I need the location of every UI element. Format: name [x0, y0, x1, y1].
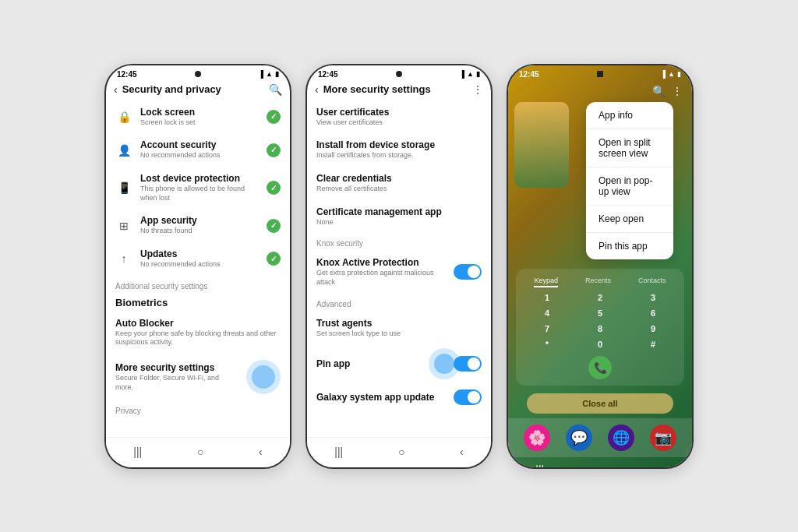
- setting-item-clear-creds[interactable]: Clear credentials Remove all certificate…: [307, 167, 491, 200]
- phone1-nav-bar: ||| ○ ‹: [106, 437, 290, 467]
- auto-blocker-text: Auto Blocker Keep your phone safe by blo…: [115, 318, 281, 347]
- phone1-back-button[interactable]: ‹: [114, 83, 118, 96]
- account-security-sub: No recommended actions: [140, 151, 259, 160]
- phone3-more-button[interactable]: ⋮: [672, 85, 683, 97]
- setting-item-more-security[interactable]: More security settings Secure Folder, Se…: [106, 354, 290, 400]
- dock-icon-flower[interactable]: 🌸: [524, 425, 550, 451]
- phone3-nav-back[interactable]: ‹: [653, 462, 673, 469]
- galaxy-update-toggle[interactable]: [454, 389, 482, 405]
- dialer-key-star[interactable]: *: [537, 337, 557, 351]
- app-security-check: [267, 219, 281, 233]
- setting-item-auto-blocker[interactable]: Auto Blocker Keep your phone safe by blo…: [106, 312, 290, 354]
- dialer-tab-contacts[interactable]: Contacts: [638, 277, 666, 287]
- section-knox: Knox security: [307, 233, 491, 251]
- phone1-camera: [195, 71, 201, 77]
- phone2-nav-home[interactable]: ○: [390, 444, 412, 460]
- phone-1: 12:45 ▐ ▲ ▮ ‹ Security and privacy 🔍 🔒 L…: [104, 64, 291, 469]
- phone3-dock: 🌸 💬 🌐 📷: [508, 418, 692, 457]
- phone2-status-bar: 12:45 ▐ ▲ ▮: [307, 65, 491, 80]
- signal-icon: ▐: [259, 70, 263, 78]
- dock-icon-camera[interactable]: 📷: [650, 425, 676, 451]
- app-security-sub: No threats found: [140, 227, 259, 236]
- dialer-row-2: 4 5 6: [521, 306, 680, 320]
- ripple-inner: [252, 365, 275, 389]
- dock-icon-messages[interactable]: 💬: [566, 425, 592, 451]
- section-biometrics: Biometrics: [106, 294, 290, 312]
- knox-toggle[interactable]: [454, 264, 482, 280]
- dialer-tab-keypad[interactable]: Keypad: [534, 277, 558, 287]
- setting-item-knox[interactable]: Knox Active Protection Get extra protect…: [307, 251, 491, 293]
- dialer-key-4[interactable]: 4: [537, 306, 557, 320]
- phone3-nav-recent[interactable]: |||: [528, 462, 552, 469]
- phone3-search-button[interactable]: 🔍: [652, 85, 666, 97]
- phone1-nav-home[interactable]: ○: [189, 444, 211, 460]
- context-menu-pin-app[interactable]: Pin this app: [586, 233, 673, 259]
- phone2-nav-recent[interactable]: |||: [327, 444, 351, 460]
- phone1-status-bar: 12:45 ▐ ▲ ▮: [106, 65, 290, 80]
- setting-item-updates[interactable]: ↑ Updates No recommended actions: [106, 242, 290, 276]
- dialer-key-3[interactable]: 3: [643, 291, 663, 305]
- phone1-nav-recent[interactable]: |||: [125, 444, 150, 460]
- setting-item-galaxy-update[interactable]: Galaxy system app update: [307, 383, 491, 411]
- updates-title: Updates: [140, 248, 259, 259]
- account-security-title: Account security: [140, 139, 259, 150]
- call-button[interactable]: 📞: [588, 356, 612, 379]
- phone2-time: 12:45: [318, 70, 338, 79]
- lost-device-text: Lost device protection This phone is all…: [140, 173, 259, 203]
- battery-icon: ▮: [476, 70, 480, 78]
- setting-item-pin-app[interactable]: Pin app: [307, 344, 491, 383]
- galaxy-update-title: Galaxy system app update: [316, 392, 446, 403]
- dialer-tab-recents[interactable]: Recents: [585, 277, 611, 287]
- updates-icon: ↑: [115, 250, 132, 267]
- phone1-time: 12:45: [117, 70, 137, 79]
- dialer-key-8[interactable]: 8: [590, 322, 610, 336]
- setting-item-lock-screen[interactable]: 🔒 Lock screen Screen lock is set: [106, 100, 290, 134]
- dock-icon-browser[interactable]: 🌐: [608, 425, 634, 451]
- app-thumbnail[interactable]: [514, 102, 569, 188]
- galaxy-update-text: Galaxy system app update: [316, 392, 446, 403]
- phone2-nav-back[interactable]: ‹: [452, 444, 471, 460]
- dialer-key-hash[interactable]: #: [643, 337, 663, 351]
- knox-sub: Get extra protection against malicious a…: [316, 269, 446, 287]
- app-security-text: App security No threats found: [140, 215, 259, 236]
- wifi-icon: ▲: [467, 70, 474, 78]
- app-security-title: App security: [140, 215, 259, 226]
- more-security-sub: Secure Folder, Secure Wi-Fi, and more.: [115, 374, 238, 392]
- phone2-back-button[interactable]: ‹: [315, 83, 319, 96]
- close-all-button[interactable]: Close all: [527, 393, 674, 414]
- setting-item-trust-agents[interactable]: Trust agents Set screen lock type to use: [307, 312, 491, 345]
- setting-item-install-storage[interactable]: Install from device storage Install cert…: [307, 133, 491, 167]
- dialer-key-1[interactable]: 1: [537, 291, 557, 305]
- spacer: [517, 85, 646, 97]
- setting-item-app-security[interactable]: ⊞ App security No threats found: [106, 209, 290, 242]
- dialer-key-0[interactable]: 0: [590, 337, 610, 351]
- setting-item-lost-device[interactable]: 📱 Lost device protection This phone is a…: [106, 167, 290, 209]
- setting-item-user-certs[interactable]: User certificates View user certificates: [307, 100, 491, 134]
- updates-check: [267, 252, 281, 266]
- lost-device-title: Lost device protection: [140, 173, 259, 184]
- phone2-menu-button[interactable]: ⋮: [472, 83, 483, 96]
- dialer-key-6[interactable]: 6: [643, 306, 663, 320]
- phone3-nav-home[interactable]: ○: [591, 462, 613, 469]
- dialer-key-5[interactable]: 5: [590, 306, 610, 320]
- phones-container: 12:45 ▐ ▲ ▮ ‹ Security and privacy 🔍 🔒 L…: [89, 48, 709, 484]
- context-menu: App info Open in split screen view Open …: [586, 102, 673, 259]
- setting-item-account-security[interactable]: 👤 Account security No recommended action…: [106, 133, 290, 167]
- pin-app-toggle[interactable]: [454, 356, 482, 372]
- pin-app-ripple-container: [443, 351, 482, 377]
- install-storage-text: Install from device storage Install cert…: [316, 139, 482, 160]
- phone1-nav-back[interactable]: ‹: [251, 444, 270, 460]
- context-menu-split-screen[interactable]: Open in split screen view: [586, 129, 673, 167]
- section-advanced: Advanced: [307, 294, 491, 312]
- dialer-key-7[interactable]: 7: [537, 322, 557, 336]
- phone1-search-button[interactable]: 🔍: [269, 83, 282, 96]
- context-menu-app-info[interactable]: App info: [586, 102, 673, 129]
- clear-creds-text: Clear credentials Remove all certificate…: [316, 173, 482, 194]
- setting-item-cert-mgmt[interactable]: Certificate management app None: [307, 200, 491, 234]
- more-security-ripple: [246, 360, 281, 394]
- dialer-key-2[interactable]: 2: [590, 291, 610, 305]
- context-menu-popup-view[interactable]: Open in pop-up view: [586, 167, 673, 206]
- context-menu-keep-open[interactable]: Keep open: [586, 206, 673, 233]
- dialer-key-9[interactable]: 9: [643, 322, 663, 336]
- more-security-text: More security settings Secure Folder, Se…: [115, 362, 238, 392]
